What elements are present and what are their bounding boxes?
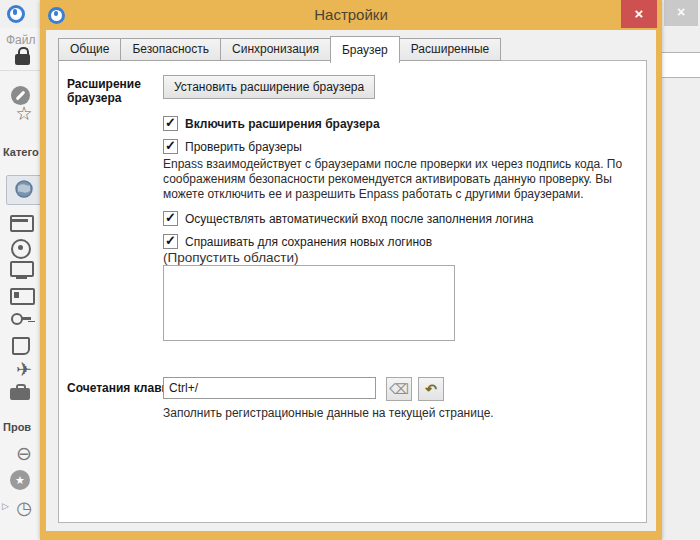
credit-card-icon[interactable] (10, 215, 34, 232)
audit-section-label: Пров (3, 421, 31, 433)
tab-general[interactable]: Общие (58, 38, 121, 61)
menu-file[interactable]: Файл (6, 33, 36, 47)
checkbox-auto-login[interactable]: ✓ Осуществлять автоматический вход после… (163, 211, 533, 226)
airplane-icon[interactable]: ✈ (8, 359, 40, 381)
checkbox-ask-save-logins[interactable]: ✓ Спрашивать для сохранения новых логино… (163, 234, 432, 249)
browser-extension-label: Расширение браузера (67, 77, 162, 105)
tab-advanced[interactable]: Расширенные (399, 38, 502, 61)
favorites-star-icon[interactable]: ☆ (8, 103, 40, 125)
undo-icon: ↶ (425, 381, 437, 397)
main-window-close-button[interactable]: × (664, 0, 698, 26)
tab-browser[interactable]: Браузер (330, 36, 400, 63)
screen: Файл ☆ Катего ✈ Пров ⊖ ★ ▷ ◷ × (0, 0, 700, 540)
checkbox-label: Включить расширения браузера (185, 117, 380, 131)
star-circle-icon[interactable]: ★ (10, 470, 30, 490)
dialog-titlebar[interactable]: Настройки × (40, 0, 662, 30)
lock-icon (15, 54, 30, 65)
note-icon[interactable] (12, 337, 30, 355)
settings-dialog: Настройки × Общие Безопасность Синхрониз… (40, 0, 662, 540)
skip-areas-textarea[interactable] (163, 265, 455, 341)
checkbox-label: Спрашивать для сохранения новых логинов (185, 235, 432, 249)
checkbox-checked-icon: ✓ (163, 116, 178, 131)
dialog-title: Настройки (40, 6, 662, 23)
minus-circle-icon[interactable]: ⊖ (8, 443, 40, 465)
browser-tab-panel: Расширение браузера Установить расширени… (58, 60, 647, 523)
categories-section-label: Катего (3, 146, 39, 158)
checkbox-checked-icon: ✓ (163, 234, 178, 249)
checkbox-enable-extensions[interactable]: ✓ Включить расширения браузера (163, 116, 380, 131)
settings-tabbar: Общие Безопасность Синхронизация Браузер… (58, 36, 500, 61)
briefcase-icon[interactable] (10, 388, 30, 400)
reset-hotkey-button[interactable]: ↶ (418, 377, 444, 401)
checkbox-checked-icon: ✓ (163, 211, 178, 226)
verify-note-text: Enpass взаимодействует с браузерами посл… (163, 157, 636, 202)
lock-toolbar-button[interactable] (13, 46, 33, 66)
install-extension-button[interactable]: Установить расширение браузера (163, 75, 375, 99)
skip-areas-label: (Пропустить области) (163, 250, 299, 265)
hotkey-hint-text: Заполнить регистрационные данные на теку… (163, 406, 494, 420)
computer-icon[interactable] (10, 261, 34, 277)
checkbox-checked-icon: ✓ (163, 139, 178, 154)
dialog-close-button[interactable]: × (621, 0, 657, 28)
globe-icon (14, 179, 34, 199)
chat-icon[interactable] (11, 239, 31, 259)
search-input[interactable] (660, 52, 700, 78)
tab-sync[interactable]: Синхронизация (220, 38, 331, 61)
tab-security[interactable]: Безопасность (120, 38, 221, 61)
id-card-icon[interactable] (10, 288, 35, 305)
dialog-body: Общие Безопасность Синхронизация Браузер… (46, 30, 656, 531)
clock-icon[interactable]: ◷ (8, 497, 40, 519)
hotkey-input[interactable] (163, 377, 376, 399)
enpass-main-window-right (662, 0, 700, 540)
backspace-icon: ⌫ (389, 381, 409, 397)
checkbox-label: Осуществлять автоматический вход после з… (185, 212, 533, 226)
clear-hotkey-button[interactable]: ⌫ (386, 377, 412, 401)
enpass-logo-icon (7, 5, 25, 23)
checkbox-label: Проверить браузеры (185, 140, 302, 154)
key-icon[interactable] (11, 311, 31, 327)
checkbox-verify-browsers[interactable]: ✓ Проверить браузеры (163, 139, 302, 154)
